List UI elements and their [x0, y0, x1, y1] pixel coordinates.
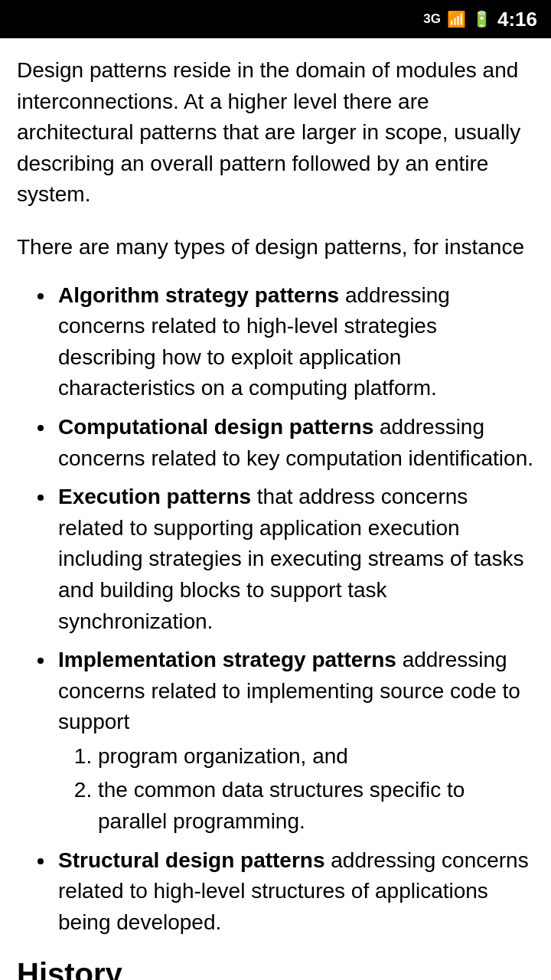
- list-item-bold-implementation: Implementation strategy patterns: [58, 648, 396, 671]
- list-item-algorithm: Algorithm strategy patterns addressing c…: [55, 280, 534, 404]
- list-item-bold-computational: Computational design patterns: [58, 415, 373, 439]
- list-item-bold-algorithm: Algorithm strategy patterns: [58, 283, 339, 307]
- list-item-structural: Structural design patterns addressing co…: [55, 845, 534, 939]
- intro-paragraph: Design patterns reside in the domain of …: [17, 55, 534, 211]
- list-item-computational: Computational design patterns addressing…: [55, 412, 534, 474]
- list-item-execution: Execution patterns that address concerns…: [55, 482, 534, 637]
- list-item-bold-execution: Execution patterns: [58, 485, 251, 508]
- status-bar: 3G 📶 🔋 4:16: [0, 0, 551, 38]
- sub-list-item-1: program organization, and: [98, 741, 534, 773]
- patterns-list: Algorithm strategy patterns addressing c…: [17, 280, 534, 939]
- sub-list-item-2: the common data structures specific to p…: [98, 775, 534, 837]
- network-icon: 3G: [423, 11, 441, 27]
- battery-icon: 🔋: [472, 10, 491, 28]
- signal-icon: 📶: [447, 10, 466, 28]
- list-item-bold-structural: Structural design patterns: [58, 848, 325, 872]
- history-heading: History: [17, 952, 534, 980]
- status-time: 4:16: [497, 8, 537, 31]
- list-item-implementation: Implementation strategy patterns address…: [55, 645, 534, 838]
- sub-list-implementation: program organization, and the common dat…: [58, 741, 534, 838]
- main-content: Design patterns reside in the domain of …: [0, 38, 551, 980]
- status-icons: 3G 📶 🔋 4:16: [423, 8, 537, 31]
- second-paragraph: There are many types of design patterns,…: [17, 232, 534, 263]
